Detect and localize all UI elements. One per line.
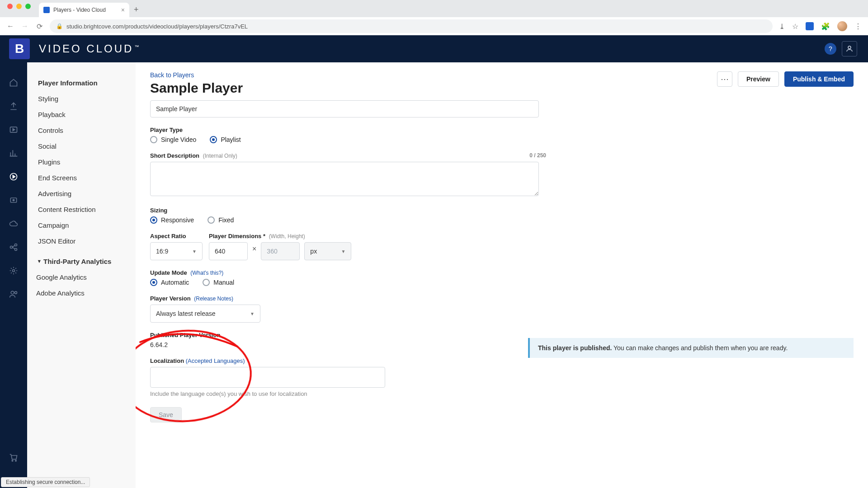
whats-this-link[interactable]: (What's this?) bbox=[190, 270, 223, 276]
browser-status-bar: Establishing secure connection... bbox=[1, 477, 90, 487]
sidenav-campaign[interactable]: Campaign bbox=[36, 217, 127, 233]
player-type-single[interactable]: Single Video bbox=[150, 136, 196, 143]
svg-point-12 bbox=[15, 460, 17, 461]
short-description-input[interactable] bbox=[150, 162, 539, 196]
player-name-input[interactable] bbox=[150, 100, 539, 117]
help-icon[interactable]: ? bbox=[825, 43, 836, 55]
localization-input[interactable] bbox=[150, 367, 385, 388]
svg-point-9 bbox=[11, 291, 14, 294]
product-name: VIDEO CLOUD™ bbox=[39, 42, 141, 55]
sidenav-adobe-analytics[interactable]: Adobe Analytics bbox=[36, 285, 127, 301]
analytics-icon[interactable] bbox=[7, 146, 20, 160]
nav-rail bbox=[0, 62, 27, 488]
social-icon[interactable] bbox=[7, 240, 20, 254]
settings-icon[interactable] bbox=[7, 264, 20, 277]
close-window-icon[interactable] bbox=[7, 4, 13, 9]
sidenav-player-information[interactable]: Player Information bbox=[36, 75, 127, 91]
accepted-languages-link[interactable]: (Accepted Languages) bbox=[186, 357, 245, 364]
chevron-down-icon: ▼ bbox=[250, 311, 255, 316]
browser-tab[interactable]: Players - Video Cloud × bbox=[39, 3, 129, 17]
release-notes-link[interactable]: (Release Notes) bbox=[194, 296, 233, 302]
more-actions-button[interactable]: ⋯ bbox=[717, 71, 732, 87]
new-tab-button[interactable]: + bbox=[134, 5, 139, 17]
minimize-window-icon[interactable] bbox=[16, 4, 22, 9]
home-icon[interactable] bbox=[7, 76, 20, 89]
radio-icon bbox=[150, 216, 157, 224]
preview-button[interactable]: Preview bbox=[738, 71, 779, 87]
width-input[interactable] bbox=[209, 242, 248, 260]
sidenav-end-screens[interactable]: End Screens bbox=[36, 170, 127, 186]
player-version-select[interactable]: Always latest release ▼ bbox=[150, 305, 260, 323]
live-icon[interactable] bbox=[7, 193, 20, 207]
bookmark-icon[interactable]: ☆ bbox=[792, 22, 798, 31]
tab-title: Players - Video Cloud bbox=[53, 7, 106, 13]
marketplace-icon[interactable] bbox=[7, 451, 20, 465]
back-link[interactable]: Back to Players bbox=[150, 71, 243, 79]
brand-logo-icon[interactable]: B bbox=[9, 38, 30, 59]
svg-point-5 bbox=[10, 246, 13, 249]
sidenav-social[interactable]: Social bbox=[36, 138, 127, 154]
dimension-unit-select[interactable]: px ▼ bbox=[304, 242, 351, 260]
publish-embed-button[interactable]: Publish & Embed bbox=[784, 71, 854, 87]
update-mode-automatic[interactable]: Automatic bbox=[150, 279, 189, 286]
radio-icon bbox=[150, 279, 157, 286]
account-menu[interactable] bbox=[842, 41, 857, 56]
radio-icon bbox=[208, 216, 215, 224]
aspect-ratio-label: Aspect Ratio bbox=[150, 233, 203, 239]
media-icon[interactable] bbox=[7, 123, 20, 136]
update-mode-label: Update Mode (What's this?) bbox=[150, 269, 546, 276]
window-controls bbox=[5, 4, 35, 14]
published-version-value: 6.64.2 bbox=[150, 341, 546, 348]
reload-icon[interactable]: ⟳ bbox=[35, 22, 43, 31]
update-mode-manual[interactable]: Manual bbox=[203, 279, 234, 286]
radio-icon bbox=[150, 136, 157, 143]
player-type-playlist[interactable]: Playlist bbox=[210, 136, 241, 143]
players-icon[interactable] bbox=[7, 170, 20, 183]
player-type-label: Player Type bbox=[150, 127, 546, 133]
sidenav-json-editor[interactable]: JSON Editor bbox=[36, 233, 127, 249]
kebab-menu-icon[interactable]: ⋮ bbox=[854, 22, 862, 31]
url-text: studio.brightcove.com/products/videoclou… bbox=[66, 23, 248, 30]
extension-icon[interactable] bbox=[806, 22, 814, 30]
side-nav: Player Information Styling Playback Cont… bbox=[27, 62, 136, 488]
cloud-icon[interactable] bbox=[7, 217, 20, 230]
chevron-down-icon: ▸ bbox=[37, 260, 42, 263]
sidenav-controls[interactable]: Controls bbox=[36, 122, 127, 138]
svg-point-8 bbox=[13, 270, 15, 272]
char-counter: 0 / 250 bbox=[529, 152, 546, 159]
app-topbar: B VIDEO CLOUD™ ? bbox=[0, 35, 868, 62]
back-icon[interactable]: ← bbox=[6, 22, 14, 30]
install-app-icon[interactable]: ⤓ bbox=[779, 22, 785, 31]
aspect-ratio-select[interactable]: 16:9 ▼ bbox=[150, 242, 203, 260]
svg-point-6 bbox=[15, 244, 17, 246]
extensions-menu-icon[interactable]: 🧩 bbox=[821, 22, 830, 31]
sizing-responsive[interactable]: Responsive bbox=[150, 216, 194, 224]
audience-icon[interactable] bbox=[7, 287, 20, 301]
sidenav-playback[interactable]: Playback bbox=[36, 107, 127, 122]
sidenav-group-analytics[interactable]: ▸ Third-Party Analytics bbox=[36, 253, 127, 269]
lock-icon: 🔒 bbox=[56, 23, 63, 29]
sidenav-plugins[interactable]: Plugins bbox=[36, 154, 127, 170]
published-version-label: Published Player Version bbox=[150, 332, 546, 338]
sidenav-advertising[interactable]: Advertising bbox=[36, 186, 127, 202]
radio-icon bbox=[203, 279, 210, 286]
height-input bbox=[261, 242, 300, 260]
short-description-label: Short Description (Internal Only) 0 / 25… bbox=[150, 152, 546, 159]
favicon-icon bbox=[43, 7, 50, 13]
tab-close-icon[interactable]: × bbox=[121, 6, 125, 14]
svg-point-4 bbox=[13, 199, 14, 201]
forward-icon[interactable]: → bbox=[21, 22, 29, 30]
page-title: Sample Player bbox=[150, 80, 243, 96]
sidenav-google-analytics[interactable]: Google Analytics bbox=[36, 269, 127, 285]
upload-icon[interactable] bbox=[7, 99, 20, 113]
address-bar[interactable]: 🔒 studio.brightcove.com/products/videocl… bbox=[50, 19, 773, 33]
profile-avatar[interactable] bbox=[837, 21, 847, 31]
save-button[interactable]: Save bbox=[150, 407, 182, 422]
svg-point-10 bbox=[15, 291, 17, 294]
sizing-fixed[interactable]: Fixed bbox=[208, 216, 234, 224]
sidenav-content-restriction[interactable]: Content Restriction bbox=[36, 202, 127, 217]
maximize-window-icon[interactable] bbox=[25, 4, 31, 9]
sidenav-styling[interactable]: Styling bbox=[36, 91, 127, 107]
svg-point-7 bbox=[15, 249, 17, 251]
svg-point-0 bbox=[848, 46, 851, 49]
